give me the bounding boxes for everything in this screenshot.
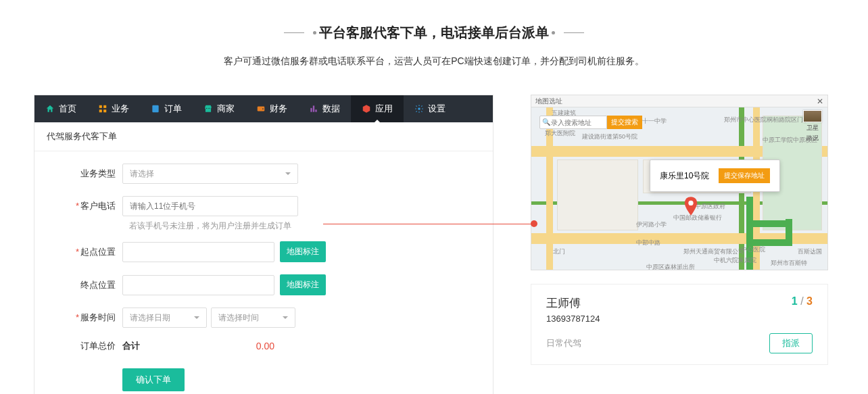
service-date-select[interactable]: 请选择日期 (122, 307, 207, 328)
svg-rect-3 (103, 109, 106, 112)
svg-point-11 (688, 201, 693, 205)
map-pin-icon (683, 197, 698, 218)
nav-label: 财务 (270, 103, 287, 115)
map-close-button[interactable]: ✕ (817, 97, 823, 106)
home-icon (45, 104, 55, 114)
grid-icon (98, 104, 107, 114)
svg-rect-7 (310, 108, 312, 112)
map-label: 郑州市中心医院桐柏路院区门诊部 (724, 116, 815, 124)
driver-card: 王师傅 13693787124 1 / 3 日常代驾 指派 (531, 284, 828, 365)
map-label: 中原区森林派出所 (646, 263, 695, 270)
total-sum-label: 合计 (122, 340, 249, 352)
map-search-bar: 🔍 提交搜索 (539, 116, 642, 129)
map-label: 北门 (553, 247, 565, 256)
map-label: 中部中路 (636, 239, 660, 247)
form-area: 业务类型 请选择 客户电话 若该手机号未注册，将为用户注册并生成订单 起点位置 … (34, 151, 493, 394)
map-label: 中心医院 (741, 245, 765, 254)
service-time-select[interactable]: 请选择时间 (211, 307, 295, 328)
order-form-panel: 首页 业务 订单 商家 财务 数据 (34, 95, 493, 394)
map-route-segment (752, 220, 792, 227)
top-nav: 首页 业务 订单 商家 财务 数据 (34, 95, 493, 122)
nav-finance[interactable]: 财务 (245, 95, 298, 122)
gear-icon (414, 104, 424, 114)
decor-line-left (284, 32, 304, 33)
svg-rect-0 (99, 105, 102, 108)
start-label: 起点位置 (62, 246, 122, 258)
svg-rect-1 (103, 105, 106, 108)
driver-service-tag: 日常代驾 (546, 337, 581, 349)
svg-rect-4 (152, 105, 158, 113)
phone-input[interactable] (122, 196, 298, 216)
driver-name: 王师傅 (546, 295, 600, 311)
nav-label: 首页 (59, 103, 76, 115)
chart-icon (309, 104, 318, 114)
shop-icon (203, 104, 213, 114)
nav-home[interactable]: 首页 (34, 95, 87, 122)
map-layer-label2: 路况 (806, 134, 819, 143)
map-label: 中原区政府 (695, 202, 725, 211)
nav-apps[interactable]: 应用 (351, 95, 404, 122)
nav-label: 商家 (217, 103, 235, 115)
svg-rect-8 (313, 105, 314, 112)
map-block (557, 159, 638, 230)
map-label: 伊河路小学 (636, 220, 667, 229)
map-label: 郑州天通商贸有限公司 (683, 247, 744, 256)
nav-data[interactable]: 数据 (298, 95, 351, 122)
map-search-button[interactable]: 提交搜索 (607, 116, 642, 129)
map-save-address-button[interactable]: 提交保存地址 (719, 168, 770, 183)
end-map-mark-button[interactable]: 地图标注 (280, 274, 326, 295)
driver-count-total: 3 (806, 295, 813, 307)
page-title-section: 平台客服代客下单，电话接单后台派单 (0, 0, 868, 55)
service-time-label: 服务时间 (62, 312, 122, 324)
start-input[interactable] (122, 242, 274, 262)
phone-helper: 若该手机号未注册，将为用户注册并生成订单 (129, 220, 466, 232)
nav-settings[interactable]: 设置 (404, 95, 456, 122)
nav-orders[interactable]: 订单 (140, 95, 193, 122)
end-input[interactable] (122, 275, 274, 295)
driver-phone: 13693787124 (546, 314, 600, 324)
right-panel: 地图选址 ✕ 五建建筑 五十一中学 郑州市中心医院桐柏路院区门诊部 建设路街道第… (531, 95, 828, 365)
phone-label: 客户电话 (62, 200, 122, 212)
nav-merchant[interactable]: 商家 (193, 95, 245, 122)
total-value: 0.00 (256, 341, 274, 351)
map-dialog-header: 地图选址 ✕ (531, 95, 827, 107)
svg-point-10 (418, 107, 420, 110)
nav-label: 数据 (322, 103, 340, 115)
map-layer-label: 卫星 (806, 124, 819, 132)
assign-driver-button[interactable]: 指派 (769, 333, 813, 353)
page-subtitle: 客户可通过微信服务群或电话联系平台，运营人员可在PC端快速创建订单，并分配到司机… (0, 55, 868, 68)
map-label: 百斯达国 (798, 247, 822, 256)
map-label: 建设路街道第50号院 (582, 132, 637, 141)
nav-label: 设置 (428, 103, 445, 115)
map-header-title: 地图选址 (535, 97, 562, 106)
nav-label: 应用 (375, 103, 393, 115)
svg-rect-2 (99, 109, 102, 112)
map-address-popup: 康乐里10号院 提交保存地址 (650, 159, 780, 192)
submit-order-button[interactable]: 确认下单 (122, 368, 185, 391)
map-picker[interactable]: 地图选址 ✕ 五建建筑 五十一中学 郑州市中心医院桐柏路院区门诊部 建设路街道第… (531, 95, 828, 270)
svg-rect-9 (315, 109, 316, 112)
list-icon (151, 104, 160, 114)
nav-label: 业务 (112, 103, 129, 115)
driver-count-current: 1 (792, 295, 798, 307)
popup-address-text: 康乐里10号院 (660, 170, 709, 182)
driver-count-badge: 1 / 3 (792, 295, 813, 307)
biz-type-select[interactable]: 请选择 (122, 164, 298, 184)
decor-dot-left (313, 31, 316, 34)
driver-count-sep: / (800, 295, 806, 307)
total-label: 订单总价 (62, 340, 122, 352)
nav-biz[interactable]: 业务 (87, 95, 140, 122)
map-label: 中机六院家属院 (714, 256, 756, 265)
wallet-icon (256, 104, 266, 114)
start-map-mark-button[interactable]: 地图标注 (280, 241, 326, 262)
map-layer-switcher[interactable]: 卫星 路况 (803, 110, 822, 143)
map-label: 郑州市百斯特 (771, 259, 807, 268)
page-title: 平台客服代客下单，电话接单后台派单 (319, 25, 549, 40)
cube-icon (362, 104, 371, 114)
form-page-title: 代驾服务代客下单 (34, 122, 493, 151)
decor-dot-right (552, 31, 555, 34)
nav-label: 订单 (164, 103, 182, 115)
svg-point-6 (262, 108, 264, 109)
search-icon: 🔍 (542, 118, 550, 126)
map-label: 郑大医附院 (545, 129, 575, 138)
